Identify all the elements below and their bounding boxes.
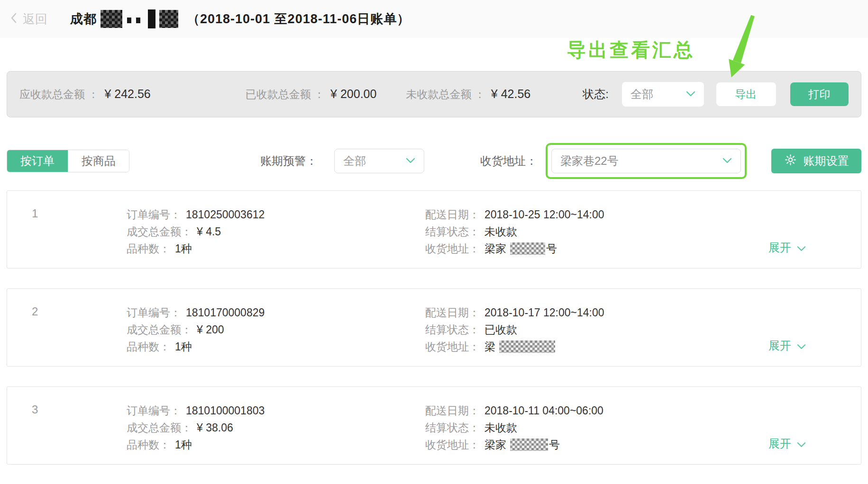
order-no-label: 订单编号： xyxy=(127,403,181,418)
address-prefix: 梁家 xyxy=(484,438,506,452)
delivery-label: 配送日期： xyxy=(425,403,480,418)
order-left-details: 订单编号：1810100001803 成交总金额：¥ 38.06 品种数：1种 xyxy=(127,402,425,453)
status-filter-dropdown[interactable]: 全部 xyxy=(622,82,704,107)
payment-alert-value: 全部 xyxy=(343,153,366,169)
delivery-value: 2018-10-11 04:00~06:00 xyxy=(484,404,603,417)
order-no-label: 订单编号： xyxy=(127,305,181,320)
chevron-down-icon xyxy=(406,157,415,165)
chevron-down-icon xyxy=(797,241,806,254)
print-button[interactable]: 打印 xyxy=(790,82,849,106)
address-label: 收货地址： xyxy=(425,340,480,354)
delivery-value: 2018-10-25 12:00~14:00 xyxy=(484,208,604,221)
chevron-down-icon xyxy=(722,157,732,165)
variety-label: 品种数： xyxy=(127,438,170,452)
settle-status-value: 未收款 xyxy=(484,224,517,239)
settle-status-label: 结算状态： xyxy=(425,421,480,435)
chevron-left-icon xyxy=(10,12,17,27)
redacted-merchant-name xyxy=(101,9,178,28)
delivery-label: 配送日期： xyxy=(425,305,480,320)
payment-alert-label: 账期预警： xyxy=(260,153,317,169)
expand-button[interactable]: 展开 xyxy=(768,436,806,451)
settle-status-value: 未收款 xyxy=(484,421,517,435)
amount-value: ¥ 4.5 xyxy=(197,225,221,238)
address-label: 收货地址： xyxy=(425,438,480,452)
export-button[interactable]: 导出 xyxy=(716,82,776,106)
chevron-down-icon xyxy=(797,437,806,450)
address-filter-label: 收货地址： xyxy=(480,153,537,169)
expand-label: 展开 xyxy=(768,338,791,353)
chevron-down-icon xyxy=(686,90,695,99)
address-label: 收货地址： xyxy=(425,242,480,256)
amount-label: 成交总金额： xyxy=(127,323,192,337)
settle-status-value: 已收款 xyxy=(484,323,517,337)
order-card: 2 订单编号：1810170000829 成交总金额：¥ 200 品种数：1种 … xyxy=(7,288,861,367)
expand-button[interactable]: 展开 xyxy=(768,338,806,353)
total-unreceived-label: 未收款总金额 ： xyxy=(406,87,485,102)
total-received: 已收款总金额 ： ¥ 200.00 xyxy=(246,87,377,102)
amount-label: 成交总金额： xyxy=(127,421,192,435)
order-index: 2 xyxy=(32,304,51,318)
back-button[interactable]: 返回 xyxy=(10,11,47,27)
total-receivable-value: ¥ 242.56 xyxy=(104,87,150,101)
title-prefix: 成都 xyxy=(70,10,97,27)
status-filter-label: 状态: xyxy=(583,87,609,102)
order-right-details: 配送日期：2018-10-17 12:00~14:00 结算状态：已收款 收货地… xyxy=(425,304,604,355)
order-card: 1 订单编号：1810250003612 成交总金额：¥ 4.5 品种数：1种 … xyxy=(7,190,861,269)
address-suffix: 号 xyxy=(546,242,557,256)
total-unreceived: 未收款总金额 ： ¥ 42.56 xyxy=(406,87,530,102)
variety-label: 品种数： xyxy=(127,340,170,354)
tab-by-product[interactable]: 按商品 xyxy=(68,150,129,172)
variety-label: 品种数： xyxy=(127,242,170,256)
order-right-details: 配送日期：2018-10-11 04:00~06:00 结算状态：未收款 收货地… xyxy=(425,402,603,453)
billing-settings-label: 账期设置 xyxy=(804,153,849,169)
address-filter-value: 梁家巷22号 xyxy=(560,153,619,169)
order-index: 3 xyxy=(32,402,51,416)
total-unreceived-value: ¥ 42.56 xyxy=(491,87,530,101)
delivery-label: 配送日期： xyxy=(425,207,480,222)
gear-icon xyxy=(784,153,797,169)
payment-alert-dropdown[interactable]: 全部 xyxy=(334,149,424,173)
delivery-value: 2018-10-17 12:00~14:00 xyxy=(484,306,604,319)
annotation-highlight-box: 梁家巷22号 xyxy=(546,143,747,179)
view-mode-tabs: 按订单 按商品 xyxy=(7,150,129,172)
export-button-label: 导出 xyxy=(735,87,757,102)
variety-value: 1种 xyxy=(175,340,192,354)
address-filter-dropdown[interactable]: 梁家巷22号 xyxy=(551,149,741,173)
annotation-export-hint: 导出查看汇总 xyxy=(567,37,695,63)
billing-page: 返回 成都 （2018-10-01 至2018-11-06日账单） 导出查看汇总… xyxy=(0,0,868,484)
settle-status-label: 结算状态： xyxy=(425,224,480,239)
address-prefix: 梁 xyxy=(484,340,495,354)
order-index: 1 xyxy=(32,206,51,220)
order-no-value: 1810250003612 xyxy=(186,208,265,221)
order-no-value: 1810100001803 xyxy=(186,404,265,417)
total-receivable: 应收款总金额 ： ¥ 242.56 xyxy=(19,87,151,102)
total-received-value: ¥ 200.00 xyxy=(330,87,376,101)
chevron-down-icon xyxy=(797,339,806,352)
annotation-arrow-icon xyxy=(724,13,758,84)
settle-status-label: 结算状态： xyxy=(425,323,480,337)
variety-value: 1种 xyxy=(175,438,192,452)
expand-label: 展开 xyxy=(768,436,791,451)
status-filter-value: 全部 xyxy=(630,87,653,102)
address-prefix: 梁家 xyxy=(484,242,506,256)
variety-value: 1种 xyxy=(175,242,192,256)
billing-settings-button[interactable]: 账期设置 xyxy=(771,149,861,173)
expand-button[interactable]: 展开 xyxy=(768,240,806,255)
amount-label: 成交总金额： xyxy=(127,224,192,239)
filter-row: 按订单 按商品 账期预警： 全部 收货地址： 梁家巷22号 xyxy=(7,143,861,179)
amount-value: ¥ 200 xyxy=(197,323,224,336)
order-right-details: 配送日期：2018-10-25 12:00~14:00 结算状态：未收款 收货地… xyxy=(425,206,604,257)
redacted-address-block xyxy=(510,242,545,255)
expand-label: 展开 xyxy=(768,240,791,255)
tab-by-order[interactable]: 按订单 xyxy=(7,150,68,172)
amount-value: ¥ 38.06 xyxy=(197,421,233,434)
order-left-details: 订单编号：1810170000829 成交总金额：¥ 200 品种数：1种 xyxy=(127,304,425,355)
order-left-details: 订单编号：1810250003612 成交总金额：¥ 4.5 品种数：1种 xyxy=(127,206,425,257)
total-received-label: 已收款总金额 ： xyxy=(246,87,325,102)
redacted-address-block xyxy=(499,341,555,353)
back-label: 返回 xyxy=(23,11,47,27)
order-card: 3 订单编号：1810100001803 成交总金额：¥ 38.06 品种数：1… xyxy=(7,386,861,465)
total-receivable-label: 应收款总金额 ： xyxy=(19,87,99,102)
order-no-label: 订单编号： xyxy=(127,207,181,222)
address-suffix: 号 xyxy=(549,438,560,452)
